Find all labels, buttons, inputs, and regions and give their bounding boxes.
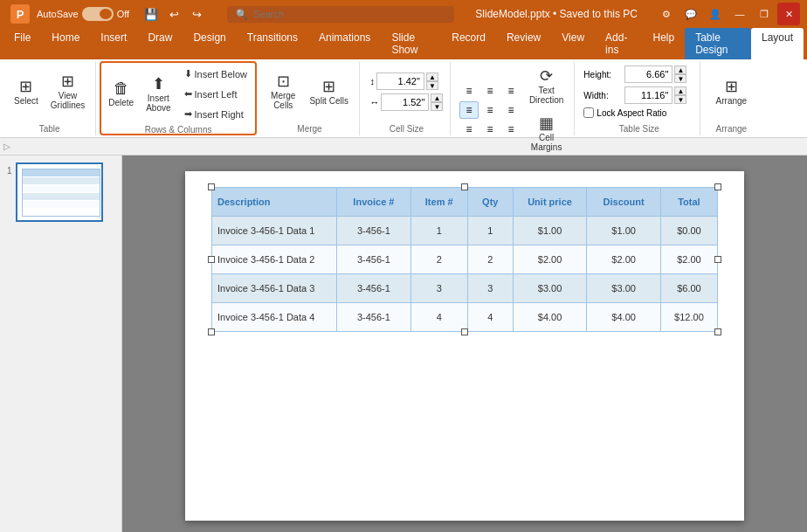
undo-button[interactable]: ↩ (164, 4, 183, 24)
handle-bc[interactable] (461, 328, 468, 335)
autosave-toggle[interactable] (82, 7, 114, 21)
handle-br[interactable] (714, 328, 721, 335)
arrange-label: Arrange (716, 96, 748, 106)
align-top-center-btn[interactable]: ≡ (480, 82, 500, 100)
slide-item-1[interactable]: 1 (7, 162, 114, 222)
select-button[interactable]: ⊞ Select (9, 75, 44, 109)
split-cells-button[interactable]: ⊞ Split Cells (304, 75, 353, 109)
align-mid-right-btn[interactable]: ≡ (501, 101, 521, 119)
view-gridlines-button[interactable]: ⊞ ViewGridlines (45, 70, 90, 114)
col-description: Description (212, 187, 337, 216)
slide-thumbnail-1[interactable] (16, 162, 103, 222)
tab-addins[interactable]: Add-ins (595, 28, 642, 59)
table-container[interactable]: Description Invoice # Item # Qty Unit pr… (211, 187, 718, 332)
delete-button[interactable]: 🗑 Delete (103, 77, 139, 111)
tab-record[interactable]: Record (441, 28, 496, 59)
cell-width-up[interactable]: ▲ (431, 93, 443, 102)
align-mid-left-btn[interactable]: ≡ (459, 101, 479, 119)
close-btn[interactable]: ✕ (777, 3, 800, 25)
redo-button[interactable]: ↪ (187, 4, 206, 24)
split-cells-label: Split Cells (309, 96, 348, 106)
table-cell: 1 (467, 216, 513, 245)
rows-cols-group-label: Rows & Columns (103, 123, 253, 136)
table-width-spinner[interactable]: ▲ ▼ (674, 86, 686, 104)
tab-design[interactable]: Design (183, 28, 236, 59)
search-input[interactable] (253, 9, 445, 19)
tab-animations[interactable]: Animations (308, 28, 381, 59)
table-width-up[interactable]: ▲ (674, 86, 686, 95)
handle-bl[interactable] (208, 328, 215, 335)
cell-height-input[interactable] (376, 73, 424, 90)
align-top-right-btn[interactable]: ≡ (501, 82, 521, 100)
cell-width-down[interactable]: ▼ (431, 102, 443, 111)
table-cell: $1.00 (587, 216, 661, 245)
cell-height-down[interactable]: ▼ (426, 81, 438, 90)
table-cell: Invoice 3-456-1 Data 3 (212, 273, 337, 302)
maximize-btn[interactable]: ❐ (753, 3, 776, 25)
handle-tl[interactable] (208, 183, 215, 190)
cell-width-input[interactable] (381, 93, 429, 111)
tab-home[interactable]: Home (41, 28, 90, 59)
select-icon: ⊞ (19, 79, 32, 94)
table-group-label: Table (9, 122, 90, 135)
align-mid-center-btn[interactable]: ≡ (480, 101, 500, 119)
ribbon-tabs: File Home Insert Draw Design Transitions… (0, 28, 807, 59)
cell-width-spinner[interactable]: ▲ ▼ (431, 93, 443, 111)
cell-height-up[interactable]: ▲ (426, 73, 438, 81)
table-cell: $4.00 (513, 302, 587, 331)
handle-mr[interactable] (714, 256, 721, 263)
tab-file[interactable]: File (3, 28, 41, 59)
insert-above-button[interactable]: ⬆ InsertAbove (141, 73, 176, 116)
app-logo: P (10, 4, 30, 24)
align-bot-center-btn[interactable]: ≡ (480, 121, 500, 138)
ribbon-settings-btn[interactable]: ⚙ (655, 3, 678, 25)
insert-below-label: Insert Below (195, 69, 248, 79)
tab-layout[interactable]: Layout (751, 28, 804, 59)
table-width-down[interactable]: ▼ (674, 95, 686, 104)
tab-tabledesign[interactable]: Table Design (685, 28, 751, 59)
cell-height-spinner[interactable]: ▲ ▼ (426, 73, 438, 90)
table-height-up[interactable]: ▲ (674, 66, 686, 74)
table-cell: 2 (410, 245, 467, 273)
main-area: 1 (0, 155, 807, 532)
table-height-down[interactable]: ▼ (674, 74, 686, 83)
handle-ml[interactable] (208, 256, 215, 263)
arrange-group-label: Arrange (709, 122, 753, 135)
text-direction-button[interactable]: ⟳ TextDirection (524, 65, 569, 108)
tab-slideshow[interactable]: Slide Show (381, 28, 441, 59)
slide-canvas: Description Invoice # Item # Qty Unit pr… (185, 171, 744, 521)
merge-cells-button[interactable]: ⊡ MergeCells (266, 70, 300, 114)
col-discount: Discount (587, 187, 661, 216)
tab-draw[interactable]: Draw (137, 28, 183, 59)
handle-tc[interactable] (461, 183, 468, 190)
tab-transitions[interactable]: Transitions (237, 28, 308, 59)
lock-aspect-checkbox[interactable] (583, 107, 594, 118)
ribbon-group-alignment: ≡ ≡ ≡ ≡ ≡ ≡ ≡ ≡ ≡ ⟳ TextDirectio (454, 61, 575, 135)
tab-view[interactable]: View (551, 28, 595, 59)
minimize-btn[interactable]: — (728, 3, 751, 25)
table-height-input[interactable] (624, 66, 672, 83)
table-width-input[interactable] (624, 86, 672, 104)
table-height-spinner[interactable]: ▲ ▼ (674, 66, 686, 83)
tab-insert[interactable]: Insert (90, 28, 137, 59)
align-bot-left-btn[interactable]: ≡ (459, 121, 479, 138)
insert-right-button[interactable]: ➡ Insert Right (178, 105, 254, 123)
cell-margins-button[interactable]: ▦ CellMargins (526, 112, 568, 155)
col-unit-price: Unit price (513, 187, 587, 216)
arrange-button[interactable]: ⊞ Arrange (709, 75, 753, 109)
save-button[interactable]: 💾 (141, 4, 161, 24)
tab-review[interactable]: Review (496, 28, 551, 59)
table-cell: $3.00 (587, 273, 661, 302)
insert-below-icon: ⬇ (184, 68, 192, 79)
table-height-label: Height: (583, 70, 623, 79)
handle-tr[interactable] (714, 183, 721, 190)
comment-btn[interactable]: 💬 (679, 3, 702, 25)
search-box[interactable]: 🔍 (227, 6, 454, 23)
insert-below-button[interactable]: ⬇ Insert Below (178, 65, 254, 83)
align-top-left-btn[interactable]: ≡ (459, 82, 479, 100)
tab-help[interactable]: Help (642, 28, 685, 59)
insert-left-button[interactable]: ⬅ Insert Left (178, 85, 254, 103)
align-bot-right-btn[interactable]: ≡ (501, 121, 521, 138)
autosave-section: AutoSave Off (37, 7, 129, 21)
share-btn[interactable]: 👤 (704, 3, 727, 25)
